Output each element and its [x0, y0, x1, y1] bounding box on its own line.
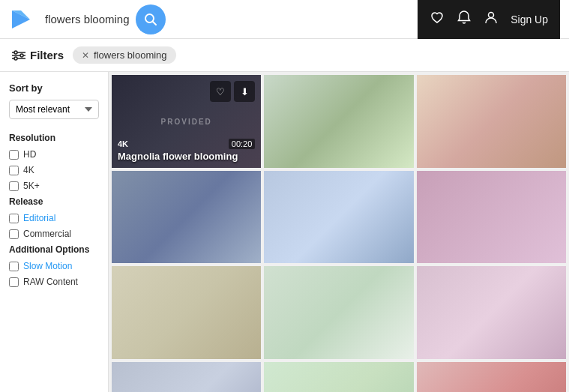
video-actions: ♡ ⬇ — [118, 81, 255, 102]
video-duration: 00:20 — [229, 139, 256, 149]
release-editorial-label: Editorial — [23, 213, 55, 223]
grid-item-8[interactable] — [264, 266, 413, 359]
svg-line-3 — [152, 21, 156, 25]
active-filter-tag: ✕ flowers blooming — [73, 46, 176, 64]
resolution-hd-label: HD — [23, 149, 36, 160]
release-commercial-label: Commercial — [23, 229, 71, 239]
header-nav: Sign Up — [418, 0, 560, 39]
heart-icon — [430, 10, 445, 25]
raw-content-checkbox[interactable] — [9, 277, 19, 287]
video-grid-area: PROVIDED ♡ ⬇ 4K 00:20 Magnolia flow — [109, 72, 569, 392]
grid-item-featured[interactable]: PROVIDED ♡ ⬇ 4K 00:20 Magnolia flow — [112, 75, 261, 168]
video-info: 4K 00:20 Magnolia flower blooming — [118, 139, 255, 162]
resolution-hd-checkbox[interactable] — [9, 150, 19, 160]
grid-item-3[interactable] — [417, 75, 566, 168]
bell-icon — [457, 10, 472, 25]
resolution-section-title: Resolution — [9, 133, 99, 143]
sort-select[interactable]: Most relevant Newest Popular — [9, 100, 99, 119]
grid-item-2[interactable] — [264, 75, 413, 168]
grid-item-7[interactable] — [112, 266, 261, 359]
user-icon — [484, 10, 499, 25]
resolution-5k-item[interactable]: 5K+ — [9, 181, 99, 191]
search-area: flowers blooming — [45, 4, 409, 34]
grid-item-10[interactable] — [112, 362, 261, 392]
search-icon — [144, 13, 157, 26]
slow-motion-checkbox[interactable] — [9, 262, 19, 271]
video-title: Magnolia flower blooming — [118, 151, 255, 162]
additional-options-title: Additional Options — [9, 244, 99, 255]
notifications-button[interactable] — [457, 10, 472, 28]
resolution-4k-item[interactable]: 4K — [9, 165, 99, 175]
search-query-text: flowers blooming — [45, 13, 130, 25]
svg-point-6 — [20, 54, 23, 57]
slow-motion-item[interactable]: Slow Motion — [9, 261, 99, 271]
raw-content-item[interactable]: RAW Content — [9, 277, 99, 287]
favorites-button[interactable] — [430, 10, 445, 28]
remove-filter-button[interactable]: ✕ — [82, 50, 89, 61]
resolution-5k-checkbox[interactable] — [9, 181, 19, 191]
release-section-title: Release — [9, 196, 99, 207]
sidebar: Sort by Most relevant Newest Popular Res… — [0, 72, 109, 392]
release-editorial-item[interactable]: Editorial — [9, 213, 99, 223]
download-button[interactable]: ⬇ — [234, 81, 255, 102]
resolution-hd-item[interactable]: HD — [9, 149, 99, 160]
header: flowers blooming Sign Up — [0, 0, 569, 39]
svg-point-5 — [14, 51, 17, 54]
logo-icon — [9, 7, 33, 31]
filters-button[interactable]: Filters — [12, 49, 64, 62]
grid-item-9[interactable] — [417, 266, 566, 359]
release-commercial-checkbox[interactable] — [9, 229, 19, 239]
like-button[interactable]: ♡ — [210, 81, 231, 102]
filter-icon — [12, 49, 25, 62]
grid-item-5[interactable] — [264, 171, 413, 264]
main-content: Sort by Most relevant Newest Popular Res… — [0, 72, 569, 392]
grid-item-12[interactable] — [417, 362, 566, 392]
grid-item-4[interactable] — [112, 171, 261, 264]
raw-content-label: RAW Content — [23, 277, 78, 287]
svg-point-4 — [489, 13, 494, 18]
release-editorial-checkbox[interactable] — [9, 214, 19, 223]
video-grid: PROVIDED ♡ ⬇ 4K 00:20 Magnolia flow — [112, 75, 566, 392]
svg-point-7 — [14, 57, 17, 60]
resolution-5k-label: 5K+ — [23, 181, 40, 191]
resolution-4k-label: 4K — [23, 165, 34, 175]
video-overlay: ♡ ⬇ 4K 00:20 Magnolia flower blooming — [112, 75, 261, 168]
account-button[interactable] — [484, 10, 499, 28]
grid-item-6[interactable] — [417, 171, 566, 264]
video-meta: 4K 00:20 — [118, 139, 255, 149]
sort-label: Sort by — [9, 82, 99, 94]
sign-up-button[interactable]: Sign Up — [511, 13, 548, 25]
filter-tag-text: flowers blooming — [94, 49, 167, 61]
grid-item-11[interactable] — [264, 362, 413, 392]
filter-bar: Filters ✕ flowers blooming — [0, 39, 569, 72]
video-resolution: 4K — [118, 139, 128, 148]
logo[interactable] — [9, 7, 33, 31]
filters-label: Filters — [30, 49, 64, 61]
slow-motion-label: Slow Motion — [23, 261, 72, 271]
release-commercial-item[interactable]: Commercial — [9, 229, 99, 239]
resolution-4k-checkbox[interactable] — [9, 166, 19, 175]
search-button[interactable] — [136, 4, 166, 34]
